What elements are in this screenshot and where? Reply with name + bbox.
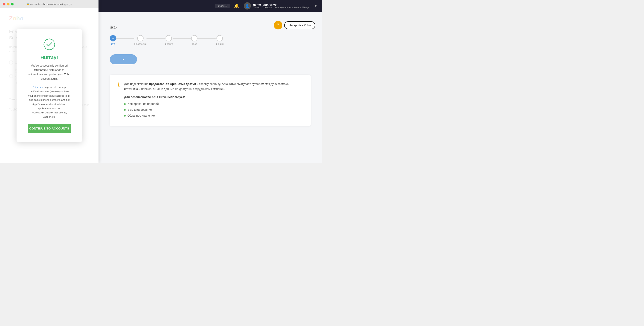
settings-tooltip-label: Настройка Zoho <box>284 21 315 29</box>
step-name-3: Фильтр <box>164 42 173 45</box>
modal-info: Click here to generate backup verificati… <box>28 85 71 119</box>
modal-body: You've successfully configured SMS/Voice… <box>28 64 71 81</box>
mac-titlebar: 🔒 accounts.zoho.eu — Частный доступ <box>0 0 98 8</box>
apix-drive-panel: '000 (13 🔔 👤 demo_apix-drive Тариф | Ста… <box>98 0 322 163</box>
svg-point-0 <box>44 39 55 50</box>
success-modal: Hurray! You've successfully configured S… <box>16 29 82 142</box>
bullet-3 <box>124 115 126 116</box>
close-dot[interactable] <box>3 3 6 6</box>
bell-icon[interactable]: 🔔 <box>234 4 239 8</box>
count-badge: '000 (13 <box>215 4 230 8</box>
step-name-1: туп <box>111 42 115 45</box>
connector-4 <box>198 38 216 39</box>
connector-3 <box>173 38 191 39</box>
avatar: 👤 <box>244 2 251 10</box>
apix-topbar: '000 (13 🔔 👤 demo_apix-drive Тариф | Ста… <box>98 0 322 12</box>
connect-button[interactable]: ● <box>110 54 137 64</box>
apix-main-content: ? Настройка Zoho йка) ● туп Настройки <box>98 12 322 163</box>
help-icon[interactable]: ? <box>274 21 282 30</box>
step-circle-5 <box>216 35 223 42</box>
minimize-dot[interactable] <box>7 3 10 6</box>
bullet-2 <box>124 109 126 111</box>
connector-2 <box>146 38 164 39</box>
success-check-icon <box>43 38 56 50</box>
security-item-1: Хеширование паролей <box>124 102 303 106</box>
step-item-finish: Финиш <box>216 35 224 45</box>
zoho-window: 🔒 accounts.zoho.eu — Частный доступ Zoho… <box>0 0 98 163</box>
security-list: Хеширование паролей SSL-шифрование Облач… <box>124 102 303 118</box>
security-title: Для безопасности ApiX-Drive использует: <box>124 95 303 100</box>
info-icon: ℹ <box>118 82 120 88</box>
step-circle-2 <box>137 35 144 42</box>
info-text-content: Для подключения предоставьте ApiX-Drive … <box>124 82 303 119</box>
progress-steps: ● туп Настройки Фильтр Тест <box>110 35 311 45</box>
step-name-2: Настройки <box>134 42 146 45</box>
click-here-link[interactable]: Click here <box>32 86 44 88</box>
step-circle-3 <box>166 35 172 42</box>
modal-overlay: Hurray! You've successfully configured S… <box>0 8 98 163</box>
step-item-access: ● туп <box>110 35 116 45</box>
username: demo_apix-drive <box>253 3 309 6</box>
step-item-filter: Фильтр <box>164 35 173 45</box>
bullet-1 <box>124 103 126 105</box>
step-item-test: Тест <box>191 35 198 45</box>
modal-title: Hurray! <box>28 54 71 60</box>
step-circle-4 <box>191 35 198 42</box>
user-subscription: Тариф | Стандарт | (new) до оплаты остал… <box>253 6 309 9</box>
step-name-4: Тест <box>192 42 197 45</box>
titlebar-url: 🔒 accounts.zoho.eu — Частный доступ <box>26 3 72 6</box>
info-card: ℹ Для подключения предоставьте ApiX-Driv… <box>110 75 311 126</box>
maximize-dot[interactable] <box>11 3 14 6</box>
step-circle-1: ● <box>110 35 116 42</box>
step-item-settings: Настройки <box>134 35 146 45</box>
security-item-3: Облачное хранение <box>124 113 303 118</box>
continue-to-accounts-button[interactable]: CONTINUE TO ACCOUNTS <box>28 124 71 133</box>
security-item-2: SSL-шифрование <box>124 107 303 112</box>
user-section: 👤 demo_apix-drive Тариф | Стандарт | (ne… <box>244 2 309 10</box>
step-name-5: Финиш <box>216 42 224 45</box>
connector-1 <box>116 38 134 39</box>
expand-icon[interactable]: ▼ <box>314 4 318 8</box>
user-info: demo_apix-drive Тариф | Стандарт | (new)… <box>253 3 309 9</box>
zoho-settings-tooltip: ? Настройка Zoho <box>274 21 315 30</box>
connect-area: ● <box>110 54 311 68</box>
lock-icon: 🔒 <box>26 3 29 5</box>
mac-window-controls <box>3 3 14 6</box>
